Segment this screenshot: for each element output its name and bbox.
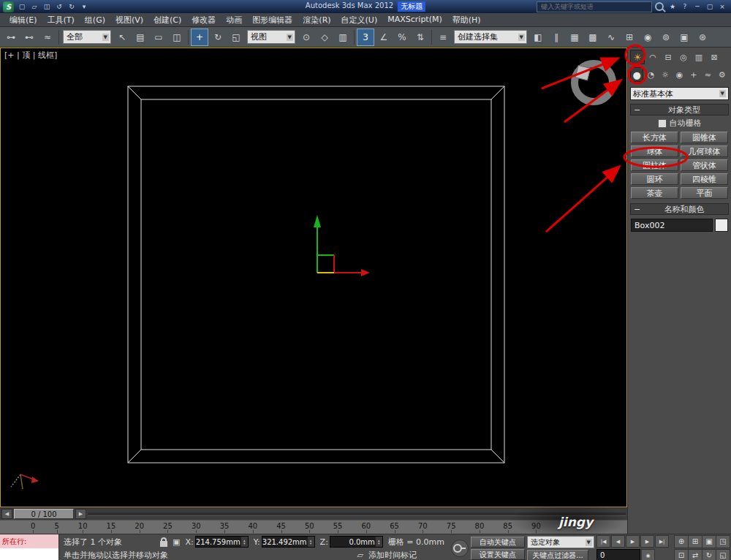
cat-spacewarps-icon[interactable]: ≈ (701, 67, 714, 82)
select-scale-icon[interactable]: ◱ (227, 29, 245, 46)
menu-item[interactable]: 组(G) (80, 13, 110, 27)
search-input[interactable] (539, 2, 649, 11)
menu-item[interactable]: 动画 (221, 13, 247, 27)
align-icon[interactable]: ∥ (548, 29, 565, 46)
next-frame-icon[interactable]: ▶ (640, 535, 654, 548)
rect-region-icon[interactable]: ▭ (150, 29, 167, 46)
menu-item[interactable]: 工具(T) (42, 13, 80, 27)
ribbon-icon[interactable]: ▩ (584, 29, 602, 46)
select-object-icon[interactable]: ↖ (113, 29, 131, 46)
object-color-swatch[interactable] (715, 219, 728, 232)
close-icon[interactable]: × (716, 1, 728, 12)
mirror-icon[interactable]: ◧ (529, 29, 547, 46)
time-slider-handle[interactable]: 0 / 100 (14, 509, 74, 519)
select-by-name-icon[interactable]: ▤ (132, 29, 149, 46)
rollout-object-type[interactable]: − 对象类型 (630, 104, 729, 116)
tab-hierarchy-icon[interactable]: ⊟ (661, 50, 675, 64)
tab-modify-icon[interactable]: ◠ (645, 50, 660, 64)
tab-motion-icon[interactable]: ◎ (676, 50, 691, 64)
new-file-icon[interactable]: ▢ (16, 1, 28, 12)
selection-lock-icon[interactable] (160, 541, 167, 547)
menu-item[interactable]: 图形编辑器 (247, 13, 298, 27)
schematic-view-icon[interactable]: ⊞ (621, 29, 638, 46)
menu-item[interactable]: 修改器 (186, 13, 221, 27)
spinner-icon[interactable]: ▴▾ (241, 537, 248, 547)
menu-item[interactable]: 创建(C) (148, 13, 186, 27)
select-manipulate-icon[interactable]: ◇ (316, 29, 333, 46)
material-editor-icon[interactable]: ◉ (639, 29, 656, 46)
menu-item[interactable]: MAXScript(M) (382, 13, 447, 27)
search-icon[interactable] (655, 2, 664, 11)
btn-box[interactable]: 长方体 (631, 132, 678, 143)
select-link-icon[interactable]: ⊶ (2, 29, 20, 46)
render-frame-icon[interactable]: ▣ (675, 29, 693, 46)
z-coordinate-input[interactable]: 0.0mm▴▾ (330, 536, 383, 548)
spinner-snap-icon[interactable]: ⇅ (412, 29, 429, 46)
keyboard-override-icon[interactable]: ▥ (334, 29, 352, 46)
redo-icon[interactable]: ↻ (66, 1, 77, 12)
add-time-tag[interactable]: 添加时间标记 (368, 550, 417, 560)
btn-teapot[interactable]: 茶壶 (631, 187, 678, 199)
pan-icon[interactable]: ⇄ (688, 549, 702, 560)
named-selection-dropdown[interactable]: 创建选择集 ▼ (454, 30, 527, 44)
cat-systems-icon[interactable]: ⚙ (716, 67, 729, 82)
set-key-button[interactable] (451, 540, 469, 557)
maxscript-mini-listener[interactable]: 所在行: (0, 534, 59, 560)
zoom-all-icon[interactable]: ⊞ (688, 535, 702, 548)
prev-frame-icon[interactable]: ◀ (611, 535, 625, 548)
open-file-icon[interactable]: ▱ (29, 1, 40, 12)
angle-snap-icon[interactable]: ∠ (375, 29, 393, 46)
auto-key-button[interactable]: 自动关键点 (471, 537, 525, 548)
btn-cylinder[interactable]: 圆柱体 (631, 159, 678, 171)
checkbox-icon[interactable] (658, 119, 667, 128)
window-crossing-icon[interactable]: ◫ (168, 29, 186, 46)
restore-icon[interactable]: ▢ (704, 1, 716, 12)
btn-geosphere[interactable]: 几何球体 (681, 145, 728, 157)
y-coordinate-input[interactable]: 321.492mm▴▾ (262, 536, 315, 548)
save-file-icon[interactable]: ◫ (41, 1, 53, 12)
menu-item[interactable]: 帮助(H) (447, 13, 486, 27)
time-step-forward-icon[interactable]: ▶ (75, 509, 86, 519)
set-keys-mode-button[interactable]: 设置关键点 (471, 549, 525, 560)
btn-cone[interactable]: 圆锥体 (681, 132, 728, 143)
time-slider[interactable]: ◀ 0 / 100 ▶ (0, 507, 627, 520)
track-bar[interactable]: 051015202530354045505560657075808590 (0, 520, 627, 534)
zoom-extents-icon[interactable]: ▣ (702, 535, 716, 548)
reference-coordinate-dropdown[interactable]: 视图 ▼ (247, 30, 295, 44)
menu-item[interactable]: 自定义(U) (336, 13, 383, 27)
btn-plane[interactable]: 平面 (681, 187, 728, 199)
bind-spacewarp-icon[interactable]: ≈ (39, 29, 56, 46)
render-setup-icon[interactable]: ⊚ (657, 29, 675, 46)
macro-recorder-line[interactable]: 所在行: (0, 534, 58, 548)
go-end-icon[interactable]: ▶| (655, 535, 669, 548)
menu-item[interactable]: 渲染(R) (298, 13, 336, 27)
btn-pyramid[interactable]: 四棱锥 (681, 173, 728, 185)
key-filters-button[interactable]: 关键点过滤器... (527, 550, 588, 560)
tab-display-icon[interactable]: ▥ (692, 50, 706, 64)
cat-geometry-icon[interactable]: ● (630, 67, 643, 82)
app-logo-icon[interactable]: S (3, 1, 14, 12)
infocenter-search[interactable] (537, 1, 652, 12)
tab-utilities-icon[interactable]: ⊠ (707, 50, 721, 64)
btn-torus[interactable]: 圆环 (631, 173, 678, 185)
render-production-icon[interactable]: ⊛ (694, 29, 711, 46)
layer-manager-icon[interactable]: ▦ (566, 29, 583, 46)
viewport-top[interactable]: [+ | 顶 | 线框] (0, 48, 627, 507)
listener-line[interactable] (0, 548, 58, 560)
select-rotate-icon[interactable]: ↻ (209, 29, 227, 46)
use-pivot-icon[interactable]: ⊙ (298, 29, 315, 46)
maximize-viewport-icon[interactable]: ◱ (716, 549, 730, 560)
current-frame-input[interactable]: 0 (596, 549, 640, 560)
time-step-back-icon[interactable]: ◀ (1, 509, 12, 519)
curve-editor-icon[interactable]: ∿ (602, 29, 620, 46)
play-icon[interactable]: ▶ (626, 535, 640, 548)
edit-named-sel-icon[interactable]: ≡ (434, 29, 452, 46)
percent-snap-icon[interactable]: % (393, 29, 411, 46)
go-start-icon[interactable]: |◀ (596, 535, 610, 548)
minimize-icon[interactable]: ─ (692, 1, 703, 12)
select-move-icon[interactable]: + (191, 29, 208, 46)
snap-3d-icon[interactable]: 3 (357, 29, 374, 46)
x-coordinate-input[interactable]: 214.759mm▴▾ (195, 536, 249, 548)
viewport-label[interactable]: [+ | 顶 | 线框] (4, 50, 57, 61)
selection-filter-dropdown[interactable]: 全部 ▼ (63, 30, 111, 44)
